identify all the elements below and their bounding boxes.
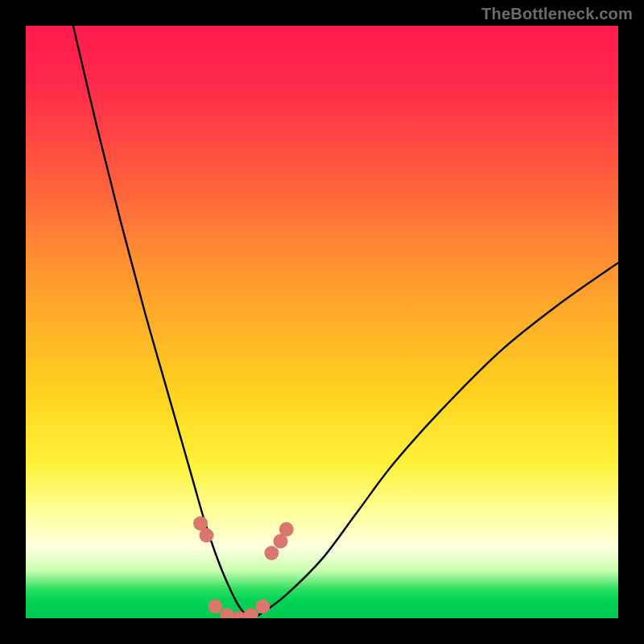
watermark-text: TheBottleneck.com [481, 5, 633, 23]
plot-area [26, 26, 618, 618]
chart-frame: TheBottleneck.com [0, 0, 644, 644]
highlight-dot [200, 528, 214, 543]
highlight-dot [264, 546, 279, 560]
highlight-dot [279, 522, 294, 537]
highlight-dot [208, 599, 223, 613]
curve-group [73, 26, 618, 618]
curve-svg [26, 26, 618, 618]
marker-group [193, 516, 294, 618]
highlight-dot [255, 599, 270, 613]
highlight-dot [244, 608, 258, 618]
bottleneck-curve [73, 26, 618, 618]
